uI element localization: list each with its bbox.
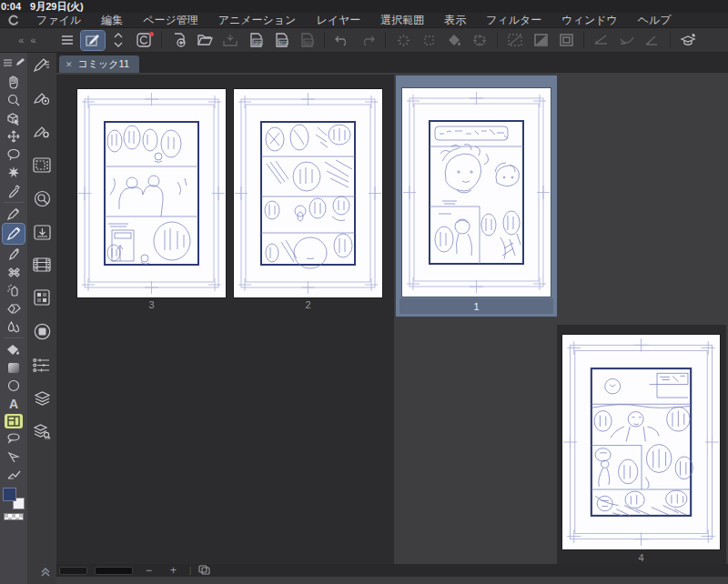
redo-button[interactable] [356,31,379,50]
paint-bucket-tool[interactable] [4,341,24,357]
collapse-panels-icon[interactable]: « « [2,35,55,45]
page-manager-canvas[interactable]: 3 [56,73,728,584]
menu-animation[interactable]: アニメーション [209,13,306,28]
export-jpg-button[interactable]: jpg [244,31,268,50]
eyedropper-tool[interactable] [4,183,24,199]
notification-badge [149,32,154,36]
page-number-1: 1 [399,298,553,314]
svg-text:×o: ×o [45,436,50,439]
tab-comic11[interactable]: ✕ コミック11 [59,55,139,73]
page-cell-1-selected[interactable]: 1 [396,76,557,317]
import-panel-icon[interactable] [34,225,51,244]
save-button[interactable] [218,31,242,50]
gradient-tool[interactable] [4,359,24,376]
fill-bucket-icon[interactable] [442,31,466,50]
spin-chevrons-icon[interactable] [106,31,130,50]
zoom-tool[interactable] [4,92,24,108]
menu-help[interactable]: ヘルプ [629,13,681,28]
move-tool[interactable] [4,128,24,145]
eraser-tool[interactable] [4,300,24,317]
page-number-2: 2 [234,299,382,310]
zoom-out-button[interactable]: − [140,566,157,575]
contrast-square-icon[interactable] [529,31,552,50]
clip-studio-notify-icon[interactable] [132,31,156,50]
tool-edit-icon[interactable] [15,54,25,70]
edit-page-tool-icon[interactable] [81,31,105,50]
open-clip-studio-icon[interactable] [676,31,700,50]
page-thumbnail-2[interactable] [234,89,382,297]
menu-page-manage[interactable]: ページ管理 [134,13,207,28]
hand-tool[interactable] [4,74,24,90]
object-3d-tool[interactable] [4,110,24,126]
new-page-button[interactable] [167,31,191,50]
layer-search-icon[interactable]: ×o [33,423,51,443]
decoration-tool[interactable] [4,264,24,280]
rect-line-icon[interactable] [503,31,527,50]
page-thumbnail-3[interactable] [77,89,226,297]
snap-curve-icon[interactable] [615,31,639,50]
expand-panel-chevrons-icon[interactable] [27,564,51,580]
menu-filter[interactable]: フィルター [477,13,551,28]
layer-property-icon[interactable] [34,323,51,344]
border-square-icon[interactable] [554,31,578,50]
foreground-color-swatch[interactable] [3,488,16,501]
open-file-button[interactable] [193,31,217,50]
toolbar-menu-icon[interactable] [56,31,79,50]
balloon-tool[interactable] [4,430,24,447]
zoom-in-button[interactable]: + [165,566,182,575]
undo-button[interactable] [330,31,354,50]
magic-wand-tool[interactable] [4,165,24,181]
transparent-color-swatch[interactable] [4,513,24,520]
canvas-size-icon[interactable] [468,31,491,50]
timeline-icon[interactable] [33,257,51,276]
marker-tool[interactable] [4,246,24,262]
page-settings-icon[interactable] [33,90,51,110]
work-settings-icon[interactable] [33,124,51,144]
page-number-4: 4 [562,552,720,563]
snap-ruler-icon[interactable] [590,31,613,50]
color-set-icon[interactable] [34,289,50,309]
tab-close-icon[interactable]: ✕ [66,60,73,69]
page-thumbnail-1[interactable] [402,88,551,297]
clip-studio-logo-icon[interactable] [5,14,20,26]
material-folder-icon[interactable] [33,157,51,176]
tool-column: A [0,53,27,584]
layer-list-icon[interactable] [33,357,51,377]
lasso-tool[interactable] [4,146,24,163]
figure-tool[interactable] [4,378,24,394]
command-toolbar: « « jpg png psd [0,28,728,53]
menu-file[interactable]: ファイル [27,13,90,28]
navigator-icon[interactable] [34,190,51,211]
tool-sidebar: A [0,53,56,584]
text-tool[interactable]: A [4,396,24,412]
deselect-icon[interactable] [417,31,440,50]
horizontal-scrollbar-thumb[interactable] [95,567,133,575]
menu-window[interactable]: ウィンドウ [552,13,626,28]
snap-special-icon[interactable] [641,31,664,50]
menu-selection[interactable]: 選択範囲 [371,13,433,28]
color-swatches[interactable] [3,488,25,509]
export-png-button[interactable]: png [269,31,293,50]
page-thumbnail-4[interactable] [562,335,720,549]
layers-icon[interactable] [34,390,51,409]
airbrush-tool[interactable] [4,282,24,298]
clear-sparkle-icon[interactable] [391,31,415,50]
export-jpg-label: jpg [253,39,262,45]
line-correct-tool[interactable] [4,467,24,483]
menu-edit[interactable]: 編集 [92,13,132,28]
pencil-tool-selected[interactable] [3,224,25,244]
clock-time: 0:04 [1,1,21,12]
stream-line-tool[interactable] [4,448,24,465]
fit-to-screen-icon[interactable] [198,562,210,579]
story-editor-icon[interactable] [33,56,51,76]
menu-layer[interactable]: レイヤー [307,13,369,28]
pen-tool[interactable] [4,206,24,222]
tool-menu-icon[interactable] [4,54,12,70]
menu-view[interactable]: 表示 [435,13,475,28]
canvas-bottom-bar: − + | [56,564,728,577]
page-cell-4[interactable]: 4 [557,325,726,567]
export-psd-button[interactable]: psd [295,31,318,50]
frame-border-tool-selected[interactable] [5,414,23,428]
blend-tool[interactable] [4,318,24,335]
horizontal-scrollbar-track[interactable] [59,567,87,575]
